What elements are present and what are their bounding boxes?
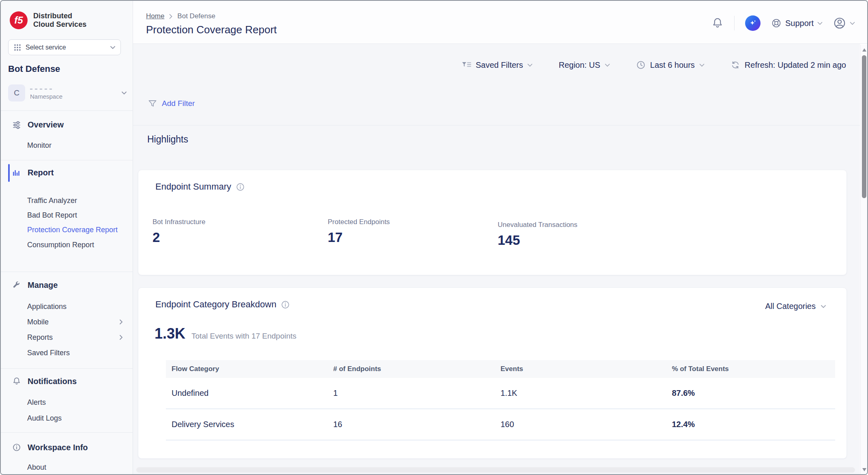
horizontal-scrollbar[interactable] [136,467,855,473]
namespace-selector[interactable]: C Namespace [8,83,127,103]
sidebar-item-about[interactable]: About [27,462,123,472]
sidebar-section-notifications[interactable]: Notifications [12,376,127,387]
scrollbar-thumb[interactable] [862,55,866,198]
breadcrumb: Home Bot Defense [146,12,215,20]
sidebar-item-consumption-report[interactable]: Consumption Report [27,240,123,250]
filter-lines-icon [462,61,471,69]
overview-icon [12,120,21,129]
chevron-down-icon [850,22,855,25]
sidebar-divider [1,160,133,160]
sidebar-section-report[interactable]: Report [12,167,127,178]
ai-assistant-icon[interactable] [745,15,761,31]
sidebar-section-label: Report [28,168,54,177]
sidebar-item-saved-filters[interactable]: Saved Filters [27,348,123,358]
breadcrumb-home-link[interactable]: Home [146,12,164,20]
chevron-down-icon [605,63,610,67]
account-menu[interactable] [833,17,855,30]
sidebar-divider [1,432,133,433]
region-dropdown[interactable]: Region: US [559,60,610,70]
category-filter-dropdown[interactable]: All Categories [765,302,826,311]
sidebar-item-bad-bot-report[interactable]: Bad Bot Report [27,210,123,220]
metric-protected-endpoints: Protected Endpoints 17 [328,218,390,245]
chevron-right-icon [119,319,123,325]
info-circle-icon[interactable] [281,300,290,309]
funnel-icon [148,99,157,108]
sidebar-section-overview[interactable]: Overview [12,119,127,130]
info-circle-icon [12,443,21,452]
metric-bot-infrastructure: Bot Infrastructure 2 [153,218,205,245]
top-header: Home Bot Defense Protection Coverage Rep… [133,1,867,44]
chevron-down-icon [817,22,823,25]
sidebar-section-label: Workspace Info [28,443,88,452]
namespace-avatar: C [8,84,25,101]
chevron-down-icon [821,304,826,309]
card-title: Endpoint Summary [155,181,231,192]
refresh-icon [730,60,740,70]
f5-logo-icon: f5 [9,11,28,30]
namespace-value-redacted [30,89,53,90]
brand-logo: f5 Distributed Cloud Services [9,11,86,30]
total-events-value: 1.3K [155,325,185,342]
bell-icon [12,377,21,386]
endpoint-category-breakdown-card: Endpoint Category Breakdown All Categori… [138,287,847,459]
sidebar-divider [1,110,133,111]
user-avatar-icon [833,17,846,30]
page-title: Protection Coverage Report [146,24,277,36]
metric-unevaluated-transactions: Unevaluated Transactions 145 [498,221,578,248]
report-bar-chart-icon [12,168,21,177]
sidebar-divider [1,368,133,369]
support-menu[interactable]: Support [771,18,823,28]
wrench-icon [12,281,21,289]
endpoint-summary-card: Endpoint Summary Bot Infrastructure 2 Pr… [138,170,847,275]
notifications-bell-icon[interactable] [711,17,724,29]
sidebar-section-manage[interactable]: Manage [12,279,127,291]
sidebar-section-label: Manage [28,281,58,290]
breadcrumb-current: Bot Defense [177,12,215,20]
sidebar-section-label: Notifications [28,377,77,386]
category-breakdown-table: Flow Category # of Endpoints Events % of… [166,360,835,440]
clock-icon [636,60,646,70]
brand-name-line1: Distributed [33,12,86,20]
apps-grid-icon [13,43,21,52]
sidebar-item-traffic-analyzer[interactable]: Traffic Analyzer [27,196,123,205]
info-circle-icon[interactable] [236,182,245,192]
scroll-down-arrow[interactable] [862,468,866,471]
section-divider [133,125,860,125]
chevron-right-icon [119,335,123,340]
service-select-dropdown[interactable]: Select service [8,39,121,55]
service-select-label: Select service [26,44,66,51]
sidebar: f5 Distributed Cloud Services Select ser… [1,1,133,474]
table-row: Delivery Services 16 160 12.4% [166,409,835,440]
sidebar-item-monitor[interactable]: Monitor [27,140,123,150]
namespace-label: Namespace [30,93,116,100]
chevron-down-icon [110,45,116,50]
table-row: Undefined 1 1.1K 87.6% [166,378,835,409]
total-events-caption: Total Events with 17 Endpoints [191,332,296,341]
support-label: Support [785,19,814,28]
sidebar-section-workspace-info[interactable]: Workspace Info [12,442,127,453]
time-range-dropdown[interactable]: Last 6 hours [636,60,705,70]
card-title: Endpoint Category Breakdown [155,299,276,310]
main-area: Home Bot Defense Protection Coverage Rep… [133,1,867,474]
add-filter-button[interactable]: Add Filter [148,99,195,108]
scroll-up-arrow[interactable] [862,48,866,52]
sidebar-item-reports[interactable]: Reports [27,332,123,342]
sidebar-item-applications[interactable]: Applications [27,302,123,311]
active-section-indicator [8,164,10,182]
sidebar-item-mobile[interactable]: Mobile [27,317,123,327]
sidebar-divider [1,272,133,272]
total-events-stat: 1.3K Total Events with 17 Endpoints [155,325,296,342]
sidebar-item-alerts[interactable]: Alerts [27,397,123,407]
content-area: Saved Filters Region: US [133,44,860,474]
chevron-down-icon [699,63,705,67]
highlights-heading: Highlights [147,134,188,145]
sidebar-item-audit-logs[interactable]: Audit Logs [27,413,123,423]
saved-filters-dropdown[interactable]: Saved Filters [462,60,533,70]
refresh-status[interactable]: Refresh: Updated 2 min ago [730,60,846,70]
svg-text:f5: f5 [14,15,23,26]
vertical-scrollbar [860,45,867,474]
sidebar-item-protection-coverage-report[interactable]: Protection Coverage Report [27,225,123,235]
filters-toolbar: Saved Filters Region: US [462,60,846,70]
chevron-down-icon [527,63,533,67]
chevron-right-icon [169,14,172,19]
